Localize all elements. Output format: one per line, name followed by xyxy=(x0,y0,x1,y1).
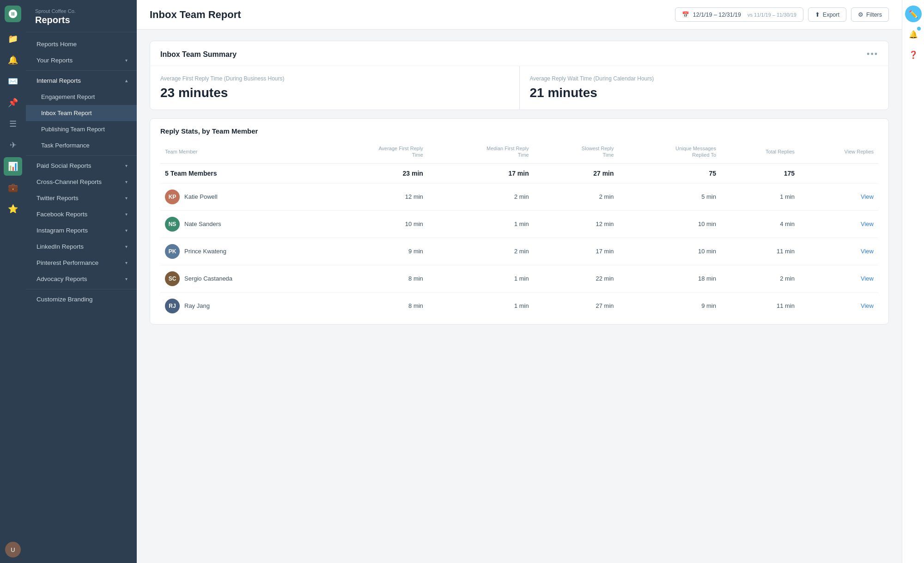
table-section: Reply Stats, by Team Member Team Member … xyxy=(150,119,888,324)
col-header-unique-messages: Unique MessagesReplied To xyxy=(619,142,721,163)
table-row: PKPrince Kwateng9 min2 min17 min10 min11… xyxy=(160,238,878,265)
chevron-down-icon-8: ▾ xyxy=(125,260,128,265)
company-name: Sprout Coffee Co. xyxy=(35,8,128,14)
more-options-button[interactable]: ••• xyxy=(867,49,878,59)
table-summary-row: 5 Team Members 23 min 17 min 27 min 75 1… xyxy=(160,163,878,183)
unique_messages-3: 18 min xyxy=(619,265,721,292)
col-header-member: Team Member xyxy=(160,142,317,163)
slowest_reply-0: 2 min xyxy=(534,183,619,210)
sidebar-item-reports-home[interactable]: Reports Home xyxy=(26,36,137,52)
table-header-row: Team Member Average First ReplyTime Medi… xyxy=(160,142,878,163)
chevron-down-icon-5: ▾ xyxy=(125,212,128,217)
sidebar-item-linkedin-reports[interactable]: LinkedIn Reports ▾ xyxy=(26,239,137,255)
summary-total-replies: 175 xyxy=(721,163,799,183)
notifications-button[interactable]: 🔔 xyxy=(905,26,922,43)
export-button[interactable]: ⬆ Export xyxy=(808,7,846,22)
view-replies-link-4[interactable]: View xyxy=(861,302,874,309)
notification-badge xyxy=(917,27,921,31)
table-row: KPKatie Powell12 min2 min2 min5 min1 min… xyxy=(160,183,878,210)
sidebar-item-your-reports[interactable]: Your Reports ▾ xyxy=(26,52,137,68)
member-cell-3: SCSergio Castaneda xyxy=(160,265,317,292)
nav-icon-pin[interactable]: 📌 xyxy=(4,93,22,112)
chevron-down-icon-6: ▾ xyxy=(125,228,128,233)
sidebar-header: Sprout Coffee Co. Reports xyxy=(26,0,137,32)
summary-median-first-reply: 17 min xyxy=(428,163,534,183)
unique_messages-0: 5 min xyxy=(619,183,721,210)
summary-view-replies xyxy=(799,163,878,183)
avatar: PK xyxy=(165,244,180,259)
member-name: Sergio Castaneda xyxy=(184,275,232,282)
filters-icon: ⚙ xyxy=(858,11,863,18)
reply-stats-table: Team Member Average First ReplyTime Medi… xyxy=(160,142,878,319)
sidebar-item-facebook-reports[interactable]: Facebook Reports ▾ xyxy=(26,206,137,222)
nav-icon-list[interactable]: ☰ xyxy=(4,115,22,133)
sidebar-item-paid-social-reports[interactable]: Paid Social Reports ▾ xyxy=(26,158,137,174)
nav-icon-chart[interactable]: 📊 xyxy=(4,157,22,176)
sidebar-item-instagram-reports[interactable]: Instagram Reports ▾ xyxy=(26,222,137,239)
date-range-button[interactable]: 📅 12/1/19 – 12/31/19 vs 11/1/19 – 11/30/… xyxy=(675,7,803,22)
content-area: Inbox Team Summary ••• Average First Rep… xyxy=(137,30,902,563)
sidebar-item-internal-reports[interactable]: Internal Reports ▴ xyxy=(26,73,137,89)
median_first_reply-2: 2 min xyxy=(428,238,534,265)
edit-button[interactable]: ✏️ xyxy=(905,6,922,22)
total_replies-4: 11 min xyxy=(721,292,799,319)
sidebar-item-engagement-report[interactable]: Engagement Report xyxy=(26,89,137,105)
avg_first_reply-0: 12 min xyxy=(317,183,428,210)
avg_first_reply-4: 8 min xyxy=(317,292,428,319)
sidebar-item-task-performance[interactable]: Task Performance xyxy=(26,137,137,153)
sidebar-item-pinterest-performance[interactable]: Pinterest Performance ▾ xyxy=(26,255,137,271)
view-replies-link-2[interactable]: View xyxy=(861,248,874,255)
nav-icon-star[interactable]: ⭐ xyxy=(4,200,22,218)
metric-label-first-reply: Average First Reply Time (During Busines… xyxy=(160,75,509,82)
chevron-down-icon: ▾ xyxy=(125,58,128,63)
table-row: NSNate Sanders10 min1 min12 min10 min4 m… xyxy=(160,210,878,238)
chevron-down-icon-4: ▾ xyxy=(125,196,128,201)
table-card: Reply Stats, by Team Member Team Member … xyxy=(150,118,889,324)
sidebar-item-twitter-reports[interactable]: Twitter Reports ▾ xyxy=(26,190,137,206)
nav-icon-send[interactable]: ✈ xyxy=(4,136,22,154)
member-name: Prince Kwateng xyxy=(184,248,226,255)
col-header-view-replies: View Replies xyxy=(799,142,878,163)
main-wrapper: Inbox Team Report 📅 12/1/19 – 12/31/19 v… xyxy=(137,0,902,563)
slowest_reply-4: 27 min xyxy=(534,292,619,319)
metric-label-wait-time: Average Reply Wait Time (During Calendar… xyxy=(530,75,879,82)
nav-icon-briefcase[interactable]: 💼 xyxy=(4,178,22,197)
slowest_reply-3: 22 min xyxy=(534,265,619,292)
help-button[interactable]: ❓ xyxy=(905,46,922,63)
view-replies-link-0[interactable]: View xyxy=(861,193,874,200)
sidebar-item-publishing-team-report[interactable]: Publishing Team Report xyxy=(26,121,137,137)
topbar: Inbox Team Report 📅 12/1/19 – 12/31/19 v… xyxy=(137,0,902,30)
nav-icon-inbox[interactable]: ✉️ xyxy=(4,72,22,91)
unique_messages-4: 9 min xyxy=(619,292,721,319)
nav-separator-3 xyxy=(26,289,137,289)
view-replies-link-1[interactable]: View xyxy=(861,220,874,227)
median_first_reply-3: 1 min xyxy=(428,265,534,292)
view-replies-link-3[interactable]: View xyxy=(861,275,874,282)
sidebar: Sprout Coffee Co. Reports Reports Home Y… xyxy=(26,0,137,563)
slowest_reply-2: 17 min xyxy=(534,238,619,265)
user-avatar[interactable]: U xyxy=(5,542,21,557)
nav-icon-folder[interactable]: 📁 xyxy=(4,30,22,48)
col-header-median-first-reply: Median First ReplyTime xyxy=(428,142,534,163)
avatar: RJ xyxy=(165,299,180,313)
total_replies-1: 4 min xyxy=(721,210,799,238)
sidebar-item-cross-channel-reports[interactable]: Cross-Channel Reports ▾ xyxy=(26,174,137,190)
filters-button[interactable]: ⚙ Filters xyxy=(851,7,889,22)
sidebar-item-inbox-team-report[interactable]: Inbox Team Report xyxy=(26,105,137,121)
metric-value-first-reply: 23 minutes xyxy=(160,86,509,100)
col-header-avg-first-reply: Average First ReplyTime xyxy=(317,142,428,163)
member-name: Ray Jang xyxy=(184,302,210,309)
summary-slowest-reply: 27 min xyxy=(534,163,619,183)
table-title: Reply Stats, by Team Member xyxy=(160,127,878,135)
member-cell-0: KPKatie Powell xyxy=(160,183,317,210)
summary-card: Inbox Team Summary ••• Average First Rep… xyxy=(150,41,889,110)
summary-unique-messages: 75 xyxy=(619,163,721,183)
date-range-value: 12/1/19 – 12/31/19 xyxy=(693,12,741,18)
table-row: RJRay Jang8 min1 min27 min9 min11 minVie… xyxy=(160,292,878,319)
sidebar-item-advocacy-reports[interactable]: Advocacy Reports ▾ xyxy=(26,271,137,287)
median_first_reply-0: 2 min xyxy=(428,183,534,210)
nav-icon-alert[interactable]: 🔔 xyxy=(4,51,22,69)
avg_first_reply-3: 8 min xyxy=(317,265,428,292)
sidebar-item-customize-branding[interactable]: Customize Branding xyxy=(26,291,137,307)
right-rail: ✏️ 🔔 ❓ xyxy=(902,0,924,563)
